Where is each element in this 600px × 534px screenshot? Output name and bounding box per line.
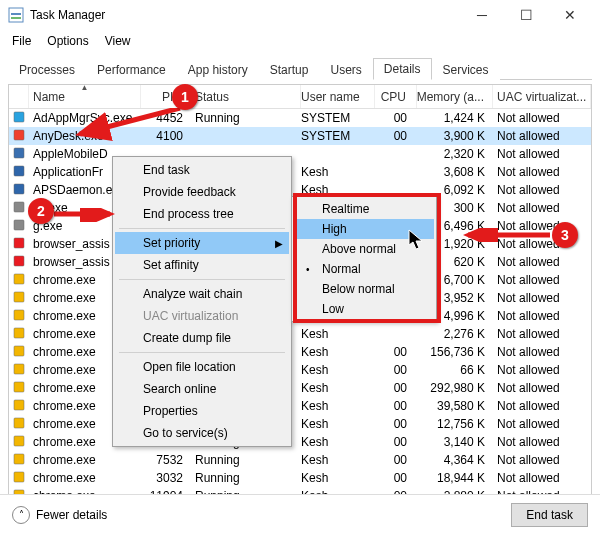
fewer-details-button[interactable]: ˄ Fewer details (12, 506, 107, 524)
ctx-set-affinity[interactable]: Set affinity (115, 254, 289, 276)
cell-user: Kesh (301, 471, 375, 485)
cell-cpu: 00 (375, 111, 417, 125)
col-header-mem[interactable]: Memory (a... (417, 85, 493, 108)
cell-uac: Not allowed (493, 255, 591, 269)
cell-uac: Not allowed (493, 309, 591, 323)
svg-line-25 (80, 108, 180, 134)
menu-options[interactable]: Options (41, 32, 94, 50)
cell-pid: 7532 (141, 453, 191, 467)
ctx-search-online[interactable]: Search online (115, 378, 289, 400)
svg-rect-23 (14, 472, 24, 482)
table-row[interactable]: chrome.exe3032RunningKesh0018,944 KNot a… (9, 469, 591, 487)
menubar: File Options View (0, 30, 600, 52)
table-row[interactable]: chrome.exeKesh0066 KNot allowed (9, 361, 591, 379)
process-icon (12, 326, 26, 340)
annotation-arrow-2 (52, 208, 122, 222)
cell-uac: Not allowed (493, 471, 591, 485)
svg-rect-7 (14, 184, 24, 194)
cell-user: Kesh (301, 453, 375, 467)
ctx-set-priority[interactable]: Set priority▶ (115, 232, 289, 254)
cell-uac: Not allowed (493, 201, 591, 215)
annotation-arrow-1 (70, 108, 190, 148)
ctx-end-task[interactable]: End task (115, 159, 289, 181)
process-icon (12, 380, 26, 394)
cell-cpu: 00 (375, 435, 417, 449)
ctx-properties[interactable]: Properties (115, 400, 289, 422)
cell-uac: Not allowed (493, 345, 591, 359)
cell-uac: Not allowed (493, 453, 591, 467)
ctx-create-dump-file[interactable]: Create dump file (115, 327, 289, 349)
cell-cpu: 00 (375, 453, 417, 467)
cell-pid: 3032 (141, 471, 191, 485)
ctx-analyze-wait-chain[interactable]: Analyze wait chain (115, 283, 289, 305)
svg-rect-17 (14, 364, 24, 374)
cell-uac: Not allowed (493, 417, 591, 431)
process-icon (12, 110, 26, 124)
col-header-name[interactable]: ▲Name (29, 85, 141, 108)
table-row[interactable]: chrome.exe7532RunningKesh004,364 KNot al… (9, 451, 591, 469)
maximize-button[interactable]: ☐ (504, 0, 548, 30)
tab-processes[interactable]: Processes (8, 59, 86, 80)
ctx-open-file-location[interactable]: Open file location (115, 356, 289, 378)
col-header-status[interactable]: Status (191, 85, 301, 108)
cell-status: Running (191, 453, 301, 467)
svg-rect-9 (14, 220, 24, 230)
ctx-provide-feedback[interactable]: Provide feedback (115, 181, 289, 203)
menu-file[interactable]: File (6, 32, 37, 50)
table-row[interactable]: chrome.exe2960RunningKesh0012,756 KNot a… (9, 415, 591, 433)
cell-name: chrome.exe (29, 453, 141, 467)
svg-rect-13 (14, 292, 24, 302)
cell-uac: Not allowed (493, 111, 591, 125)
ctx-end-process-tree[interactable]: End process tree (115, 203, 289, 225)
svg-rect-4 (14, 130, 24, 140)
process-icon (12, 146, 26, 160)
svg-rect-6 (14, 166, 24, 176)
cell-uac: Not allowed (493, 183, 591, 197)
ctx-go-to-service-s-[interactable]: Go to service(s) (115, 422, 289, 444)
cell-uac: Not allowed (493, 363, 591, 377)
table-row[interactable]: chrome.exe2652RunningKesh003,140 KNot al… (9, 433, 591, 451)
process-icon (12, 344, 26, 358)
tab-users[interactable]: Users (319, 59, 372, 80)
close-button[interactable]: ✕ (548, 0, 592, 30)
tab-app-history[interactable]: App history (177, 59, 259, 80)
table-row[interactable]: chrome.exeKesh2,276 KNot allowed (9, 325, 591, 343)
tab-performance[interactable]: Performance (86, 59, 177, 80)
svg-rect-20 (14, 418, 24, 428)
cell-mem: 2,276 K (417, 327, 493, 341)
tab-details[interactable]: Details (373, 58, 432, 80)
cell-mem: 3,608 K (417, 165, 493, 179)
process-icon (12, 416, 26, 430)
tab-startup[interactable]: Startup (259, 59, 320, 80)
svg-rect-3 (14, 112, 24, 122)
table-row[interactable]: chrome.exeKesh00292,980 KNot allowed (9, 379, 591, 397)
process-icon (12, 434, 26, 448)
cell-user: SYSTEM (301, 129, 375, 143)
cell-uac: Not allowed (493, 435, 591, 449)
cell-mem: 12,756 K (417, 417, 493, 431)
cell-mem: 156,736 K (417, 345, 493, 359)
col-header-user[interactable]: User name (301, 85, 375, 108)
table-row[interactable]: chrome.exeKesh00156,736 KNot allowed (9, 343, 591, 361)
cell-uac: Not allowed (493, 327, 591, 341)
cell-user: Kesh (301, 363, 375, 377)
svg-rect-16 (14, 346, 24, 356)
cell-uac: Not allowed (493, 147, 591, 161)
col-header-cpu[interactable]: CPU (375, 85, 417, 108)
app-icon (8, 7, 24, 23)
bottombar: ˄ Fewer details End task (0, 494, 600, 534)
process-icon (12, 164, 26, 178)
annotation-arrow-3 (462, 228, 554, 242)
end-task-button[interactable]: End task (511, 503, 588, 527)
process-icon (12, 470, 26, 484)
menu-view[interactable]: View (99, 32, 137, 50)
cursor-icon (408, 229, 426, 251)
table-row[interactable]: chrome.exeKesh0039,580 KNot allowed (9, 397, 591, 415)
annotation-box (293, 193, 441, 323)
cell-mem: 3,900 K (417, 129, 493, 143)
cell-mem: 3,140 K (417, 435, 493, 449)
table-row[interactable]: ApplicationFrKesh3,608 KNot allowed (9, 163, 591, 181)
col-header-uac[interactable]: UAC virtualizat... (493, 85, 591, 108)
tab-services[interactable]: Services (432, 59, 500, 80)
minimize-button[interactable]: ─ (460, 0, 504, 30)
